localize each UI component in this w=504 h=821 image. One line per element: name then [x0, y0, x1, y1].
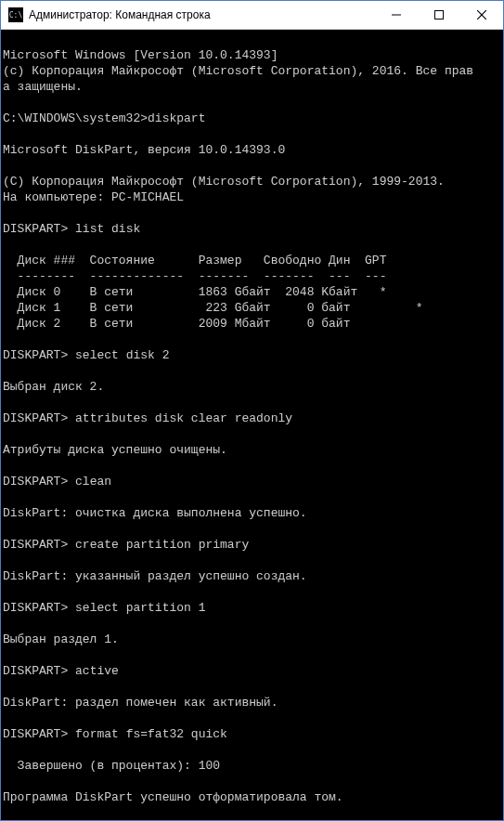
table-row: Диск 2 В сети 2009 Mбайт 0 байт	[3, 317, 350, 331]
diskpart-prompt: DISKPART> create partition primary	[3, 538, 249, 552]
copyright-line: (C) Корпорация Майкрософт (Microsoft Cor…	[3, 175, 445, 189]
header-line: Microsoft Windows [Version 10.0.14393]	[3, 48, 278, 62]
titlebar[interactable]: C:\ Администратор: Командная строка	[1, 1, 503, 30]
close-button[interactable]	[460, 1, 503, 29]
minimize-button[interactable]	[375, 1, 418, 29]
table-row: Диск 1 В сети 223 Gбайт 0 байт *	[3, 301, 422, 315]
diskpart-prompt: DISKPART> list disk	[3, 222, 140, 236]
window-title: Администратор: Командная строка	[29, 8, 211, 21]
table-header: Диск ### Состояние Размер Свободно Дин G…	[3, 254, 386, 267]
output-line: Выбран диск 2.	[3, 380, 104, 394]
svg-rect-1	[435, 11, 444, 20]
minimize-icon	[392, 10, 401, 20]
header-line: а защищены.	[3, 80, 83, 94]
diskpart-version: Microsoft DiskPart, версия 10.0.14393.0	[3, 143, 285, 157]
diskpart-prompt: DISKPART> clean	[3, 475, 111, 489]
diskpart-prompt: DISKPART> format fs=fat32 quick	[3, 727, 227, 741]
output-line: Завершено (в процентах): 100	[3, 759, 220, 773]
diskpart-prompt: DISKPART> active	[3, 664, 119, 678]
diskpart-prompt: DISKPART> select partition 1	[3, 601, 205, 615]
table-divider: -------- ------------- ------- ------- -…	[3, 269, 386, 283]
cmd-app-icon: C:\	[8, 7, 23, 22]
prompt-line: C:\WINDOWS\system32>diskpart	[3, 111, 205, 125]
computer-line: На компьютере: PC-MICHAEL	[3, 190, 184, 204]
output-line: DiskPart: раздел помечен как активный.	[3, 696, 278, 710]
terminal-output[interactable]: Microsoft Windows [Version 10.0.14393] (…	[1, 30, 503, 820]
header-line: (c) Корпорация Майкрософт (Microsoft Cor…	[3, 64, 473, 78]
close-icon	[477, 10, 486, 20]
output-line: Атрибуты диска успешно очищены.	[3, 443, 227, 457]
command-prompt-window: C:\ Администратор: Командная строка Micr…	[0, 0, 504, 821]
output-line: Выбран раздел 1.	[3, 632, 119, 646]
diskpart-prompt: DISKPART> attributes disk clear readonly	[3, 411, 292, 425]
maximize-icon	[434, 10, 444, 20]
maximize-button[interactable]	[418, 1, 460, 29]
table-row: Диск 0 В сети 1863 Gбайт 2048 Kбайт *	[3, 285, 386, 299]
output-line: DiskPart: указанный раздел успешно созда…	[3, 569, 307, 583]
diskpart-prompt: DISKPART> select disk 2	[3, 348, 169, 362]
output-line: Программа DiskPart успешно отформатирова…	[3, 790, 343, 804]
output-line: DiskPart: очистка диска выполнена успешн…	[3, 506, 307, 520]
